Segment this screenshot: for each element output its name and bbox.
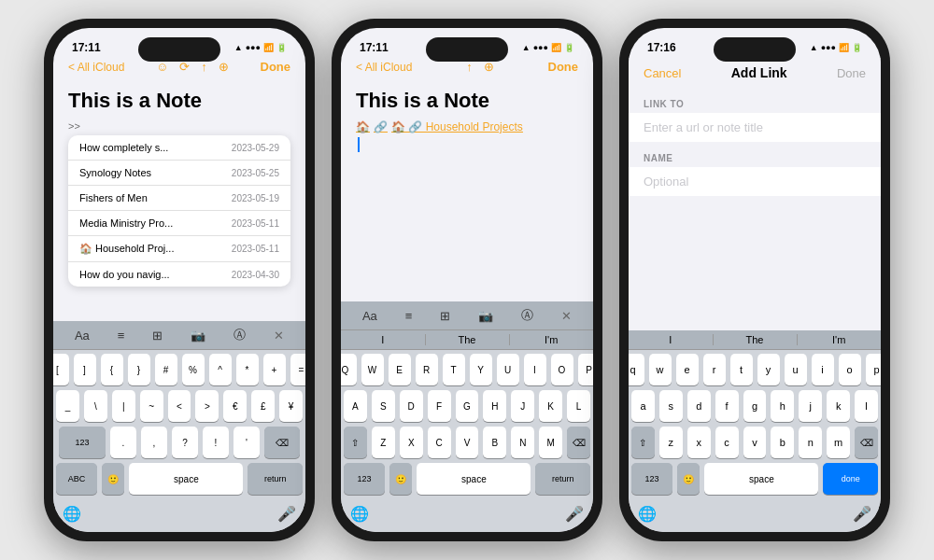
key-m-l[interactable]: m	[827, 427, 850, 458]
globe-icon-1[interactable]: 🌐	[63, 505, 81, 523]
key[interactable]: %	[182, 354, 205, 385]
key-o[interactable]: O	[551, 354, 573, 385]
key-space-2[interactable]: space	[417, 463, 531, 495]
backspace-key[interactable]: ⌫	[264, 427, 300, 458]
key-g-l[interactable]: g	[743, 390, 767, 422]
key-v-l[interactable]: v	[743, 427, 767, 458]
key-shift[interactable]: ⇧	[344, 427, 367, 458]
key-123[interactable]: 123	[59, 427, 106, 458]
mic-icon-2[interactable]: 🎤	[565, 505, 584, 523]
kb-camera-1[interactable]: 📷	[191, 329, 205, 343]
compose-icon-1[interactable]: ☺	[156, 60, 168, 74]
key-t-l[interactable]: t	[730, 354, 753, 385]
key-z-l[interactable]: z	[659, 427, 683, 458]
key[interactable]: ?	[172, 427, 198, 458]
key-done[interactable]: done	[823, 463, 878, 495]
backspace-key-2[interactable]: ⌫	[567, 427, 590, 458]
key-x[interactable]: X	[400, 427, 423, 458]
done-button-1[interactable]: Done	[261, 60, 291, 74]
key[interactable]: *	[236, 354, 259, 385]
key-y-l[interactable]: y	[757, 354, 780, 385]
key[interactable]: ¥	[279, 390, 303, 422]
link-to-input-row[interactable]: Enter a url or note title	[629, 113, 881, 142]
share-icon-1[interactable]: ↑	[201, 60, 207, 74]
link-text[interactable]: 🏠 🔗 Household Projects	[391, 120, 523, 133]
globe-icon-3[interactable]: 🌐	[638, 505, 657, 523]
key-h-l[interactable]: h	[771, 390, 794, 422]
key-p[interactable]: P	[578, 354, 594, 385]
key-b-l[interactable]: b	[771, 427, 794, 458]
key[interactable]: ,	[141, 427, 167, 458]
key-k[interactable]: K	[539, 390, 562, 422]
kb-aa-1[interactable]: Aa	[75, 329, 90, 343]
list-item-household[interactable]: 🏠 Household Proj... 2023-05-11	[68, 236, 290, 262]
key-a[interactable]: A	[344, 390, 367, 422]
key-n[interactable]: N	[511, 427, 534, 458]
kb-camera-2[interactable]: 📷	[478, 309, 493, 323]
list-item[interactable]: How do you navig... 2023-04-30	[68, 262, 290, 287]
key-p-l[interactable]: p	[866, 354, 882, 385]
list-item[interactable]: Synology Notes 2023-05-25	[68, 161, 290, 186]
key-emoji-2[interactable]: 🙂	[389, 463, 412, 495]
key-return-2[interactable]: return	[535, 463, 590, 495]
backspace-key-3[interactable]: ⌫	[855, 427, 878, 458]
back-button-1[interactable]: < All iCloud	[68, 61, 124, 74]
key-m[interactable]: M	[539, 427, 562, 458]
key[interactable]: >	[195, 390, 219, 422]
key-t[interactable]: T	[443, 354, 465, 385]
kb-draw-2[interactable]: Ⓐ	[521, 307, 533, 324]
kb-table-2[interactable]: ⊞	[440, 309, 450, 323]
key[interactable]: ~	[140, 390, 163, 422]
key-123-3[interactable]: 123	[631, 463, 672, 495]
key-d[interactable]: D	[400, 390, 423, 422]
key-123-2[interactable]: 123	[344, 463, 385, 495]
key-g[interactable]: G	[456, 390, 479, 422]
key-x-l[interactable]: x	[687, 427, 711, 458]
key-i-l[interactable]: i	[812, 354, 834, 385]
cancel-button[interactable]: Cancel	[644, 66, 681, 80]
key-j-l[interactable]: j	[799, 390, 822, 422]
kb-aa-2[interactable]: Aa	[362, 309, 377, 323]
key-d-l[interactable]: d	[687, 390, 711, 422]
key-q[interactable]: Q	[341, 354, 357, 385]
key[interactable]: [	[53, 354, 69, 385]
kb-close-2[interactable]: ✕	[561, 309, 572, 323]
suggest-the[interactable]: The	[425, 334, 509, 345]
key-e[interactable]: E	[389, 354, 411, 385]
key-l-l[interactable]: l	[855, 390, 878, 422]
key[interactable]: ]	[74, 354, 96, 385]
share-icon-2[interactable]: ↑	[466, 60, 473, 74]
key-emoji-3[interactable]: 🙂	[677, 463, 700, 495]
key[interactable]: }	[128, 354, 150, 385]
key[interactable]: £	[251, 390, 275, 422]
key-c-l[interactable]: c	[715, 427, 739, 458]
mic-icon-3[interactable]: 🎤	[853, 505, 871, 523]
key-space-3[interactable]: space	[704, 463, 818, 495]
key[interactable]: €	[223, 390, 247, 422]
key-q-l[interactable]: q	[629, 354, 644, 385]
key-emoji[interactable]: 🙂	[102, 463, 124, 495]
globe-icon-2[interactable]: 🌐	[350, 505, 369, 523]
kb-draw-1[interactable]: Ⓐ	[234, 327, 246, 343]
key-f[interactable]: F	[428, 390, 451, 422]
key[interactable]: {	[101, 354, 123, 385]
key-k-l[interactable]: k	[827, 390, 850, 422]
key-j[interactable]: J	[511, 390, 534, 422]
key-n-l[interactable]: n	[799, 427, 822, 458]
key-l[interactable]: L	[567, 390, 590, 422]
key-w[interactable]: W	[361, 354, 384, 385]
key-abc[interactable]: ABC	[56, 463, 97, 495]
list-item[interactable]: How completely s... 2023-05-29	[68, 135, 290, 161]
key[interactable]: \	[84, 390, 107, 422]
key[interactable]: !	[203, 427, 229, 458]
link-to-input[interactable]: Enter a url or note title	[644, 120, 866, 134]
key-w-l[interactable]: w	[649, 354, 672, 385]
key-b[interactable]: B	[483, 427, 506, 458]
key-h[interactable]: H	[483, 390, 506, 422]
key-space[interactable]: space	[129, 463, 243, 495]
kb-close-1[interactable]: ✕	[274, 329, 284, 343]
kb-list-1[interactable]: ≡	[118, 329, 125, 343]
list-item[interactable]: Media Ministry Pro... 2023-05-11	[68, 211, 290, 236]
key[interactable]: =	[290, 354, 306, 385]
list-item-fishers[interactable]: Fishers of Men 2023-05-19	[68, 186, 290, 211]
